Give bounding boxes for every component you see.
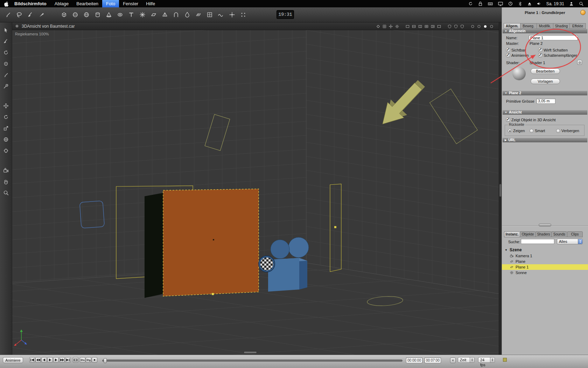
- tab-shading[interactable]: Shading: [553, 23, 569, 29]
- panel-resize-grip[interactable]: [539, 224, 551, 226]
- add-keyframe-button[interactable]: [80, 357, 85, 363]
- layout-split-h-icon[interactable]: [411, 24, 416, 29]
- select-tool-icon[interactable]: [2, 26, 10, 34]
- scale-tool-icon[interactable]: [2, 124, 10, 132]
- drop-tool-icon[interactable]: [183, 10, 192, 19]
- tab-clips[interactable]: Clips: [567, 231, 583, 237]
- sphere-tool-icon[interactable]: [71, 10, 80, 19]
- tree-row-kamera[interactable]: Kamera 1: [502, 253, 588, 259]
- menu-fenster[interactable]: Fenster: [119, 0, 142, 7]
- selection-handle[interactable]: [212, 293, 214, 295]
- shadows-icon[interactable]: [476, 24, 481, 29]
- animieren-checkbox[interactable]: [506, 53, 510, 57]
- tab-objekte[interactable]: Objekte: [520, 231, 536, 237]
- apple-menu-icon[interactable]: [4, 1, 9, 7]
- grid-plane-tool-icon[interactable]: [194, 10, 203, 19]
- time-mode-dropdown[interactable]: Zeit▲▼: [458, 357, 475, 363]
- tree-row-plane[interactable]: Plane: [502, 259, 588, 264]
- disclosure-icon[interactable]: ▼: [505, 248, 507, 252]
- move-tool-icon[interactable]: [2, 102, 10, 110]
- fast-rewind-button[interactable]: [35, 357, 41, 363]
- points-tool-icon[interactable]: [239, 10, 248, 19]
- tab-shaders[interactable]: Shaders: [536, 231, 551, 237]
- fast-forward-button[interactable]: [59, 357, 65, 363]
- camera-tool-icon[interactable]: [2, 166, 10, 175]
- arch-tool-icon[interactable]: [172, 10, 181, 19]
- lasso-tool-icon[interactable]: [15, 10, 24, 19]
- window-close-button[interactable]: [15, 25, 19, 28]
- pen-tool-icon[interactable]: [2, 71, 10, 79]
- wave-tool-icon[interactable]: [216, 10, 225, 19]
- app-menu-title[interactable]: Bildschirmfoto: [13, 1, 48, 6]
- eject-icon[interactable]: [527, 1, 532, 6]
- pan-tool-icon[interactable]: [2, 177, 10, 186]
- sichtbar-checkbox[interactable]: [506, 48, 510, 52]
- layout-split-v-icon[interactable]: [418, 24, 422, 29]
- lights-icon[interactable]: [394, 24, 399, 29]
- plane-tool-icon[interactable]: [149, 10, 158, 19]
- orange-plane-object[interactable]: [163, 189, 259, 296]
- bluetooth-icon[interactable]: [518, 1, 523, 6]
- search-input[interactable]: [521, 239, 554, 244]
- zoom-tool-icon[interactable]: [2, 189, 10, 197]
- pivot-tool-icon[interactable]: [2, 146, 10, 155]
- name-field[interactable]: [529, 35, 578, 40]
- section-header-plane2[interactable]: ▼Plane 2: [503, 91, 587, 95]
- zeigt-objekt-checkbox[interactable]: [506, 118, 510, 122]
- filter-dropdown[interactable]: Alles▲▼: [557, 239, 583, 244]
- antialias-icon[interactable]: [489, 24, 494, 29]
- current-time-field[interactable]: 00:00:00: [406, 357, 422, 363]
- pencil-tool-icon[interactable]: [4, 10, 13, 19]
- tab-bewegung[interactable]: Beweg.: [520, 23, 537, 29]
- delete-keyframe-button[interactable]: [86, 357, 91, 363]
- play-button[interactable]: [47, 357, 53, 363]
- tab-instanzen[interactable]: Instanz.: [504, 231, 520, 237]
- layout-full-icon[interactable]: [436, 24, 441, 29]
- tab-modifikator[interactable]: Modifik.: [537, 23, 553, 29]
- jump-end-button[interactable]: [65, 357, 71, 363]
- horizontal-scroll-handle[interactable]: [244, 351, 257, 354]
- section-header-ansicht[interactable]: ▼Ansicht: [503, 110, 587, 115]
- menu-bearbeiten[interactable]: Bearbeiten: [72, 0, 102, 7]
- wireframe-icon[interactable]: [447, 24, 452, 29]
- sync-icon[interactable]: [468, 1, 473, 6]
- clock-icon[interactable]: [508, 1, 513, 6]
- shader-preview[interactable]: [512, 67, 526, 80]
- current-frame-button[interactable]: [73, 357, 78, 363]
- jump-start-button[interactable]: [29, 357, 35, 363]
- zeigen-radio[interactable]: [508, 129, 512, 133]
- pyramid-tool-icon[interactable]: [160, 10, 169, 19]
- shader-options-button[interactable]: [577, 60, 582, 65]
- step-back-button[interactable]: [41, 357, 47, 363]
- fps-dropdown[interactable]: 24 fps▲▼: [478, 357, 495, 363]
- flat-shading-icon[interactable]: [453, 24, 458, 29]
- snap-icon[interactable]: [376, 24, 380, 29]
- wirft-schatten-checkbox[interactable]: [538, 48, 542, 52]
- lock-icon[interactable]: [478, 1, 483, 6]
- smart-radio[interactable]: [530, 129, 533, 133]
- panel-corner-swatch[interactable]: [503, 358, 507, 362]
- scrollbar-thumb[interactable]: [499, 184, 501, 197]
- keyboard-icon[interactable]: [488, 1, 493, 7]
- section-header-allgemein[interactable]: ▼Allgemein: [503, 29, 587, 33]
- paint-tool-icon[interactable]: [2, 37, 10, 46]
- olive-wireframe-small[interactable]: [205, 114, 230, 150]
- blue-wireframe-rect[interactable]: [79, 201, 104, 228]
- tree-row-plane1-selected[interactable]: Plane 1: [502, 264, 588, 270]
- wireframe-handle[interactable]: [334, 226, 336, 228]
- star-tool-icon[interactable]: [138, 10, 147, 19]
- volume-icon[interactable]: [537, 1, 542, 6]
- menu-ablage[interactable]: Ablage: [51, 0, 72, 7]
- section-header-url[interactable]: ▶URL: [503, 138, 587, 142]
- camera-object[interactable]: [259, 237, 309, 292]
- menu-foto[interactable]: Foto: [102, 0, 119, 7]
- olive-wireframe-large[interactable]: [430, 89, 478, 144]
- orbit-tool-icon[interactable]: [2, 60, 10, 68]
- 3d-scene[interactable]: [12, 30, 499, 355]
- brush-tool-icon[interactable]: [26, 10, 35, 19]
- verbergen-radio[interactable]: [556, 129, 560, 133]
- layout-single-icon[interactable]: [405, 24, 410, 29]
- scene-root-row[interactable]: ▼Szene: [502, 247, 588, 253]
- text-tool-icon[interactable]: [127, 10, 136, 19]
- cone-tool-icon[interactable]: [104, 10, 113, 19]
